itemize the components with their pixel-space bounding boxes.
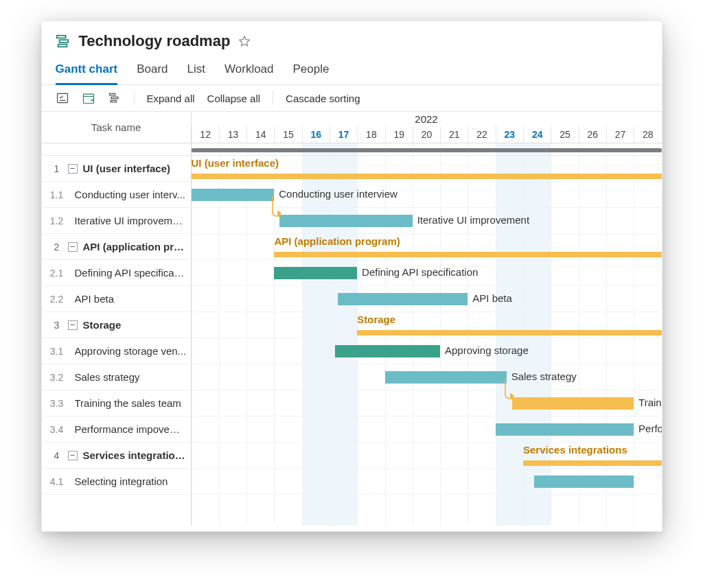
timeline-body: UI (user interface)Conducting user inter… (192, 143, 662, 526)
task-row[interactable]: 3.3Training the sales team (42, 390, 191, 416)
row-name: Sales strategy (75, 371, 191, 383)
row-number: 2.2 (46, 294, 68, 305)
svg-rect-4 (57, 93, 67, 102)
favorite-star-icon[interactable] (238, 35, 251, 47)
day-23[interactable]: 23 (496, 126, 523, 143)
titlebar: Technology roadmap (42, 21, 662, 56)
task-bar[interactable] (279, 215, 412, 227)
day-28[interactable]: 28 (634, 126, 661, 143)
task-bar-label: Conducting user interview (279, 188, 397, 200)
tab-workload[interactable]: Workload (224, 58, 274, 84)
expand-all-button[interactable]: Expand all (147, 93, 195, 104)
gantt-mini-icon[interactable] (108, 91, 122, 105)
bar-row: Conducting user interview (192, 182, 662, 208)
timeline-header: 2022 1213141516171819202122232425262728 (192, 112, 662, 143)
day-26[interactable]: 26 (579, 126, 606, 143)
day-15[interactable]: 15 (274, 126, 301, 143)
bar-row: API (application program) (192, 234, 662, 260)
day-27[interactable]: 27 (606, 126, 634, 143)
task-bar[interactable] (338, 293, 468, 305)
checklist-icon[interactable] (56, 91, 69, 105)
task-row[interactable]: 2.1Defining API specification (42, 260, 191, 286)
collapse-toggle[interactable]: − (68, 164, 78, 174)
task-row[interactable]: 1.2Iterative UI improveme... (42, 208, 191, 234)
task-bar[interactable] (385, 371, 507, 384)
task-bar[interactable] (512, 397, 634, 410)
page-title: Technology roadmap (79, 32, 231, 50)
svg-marker-9 (278, 211, 281, 215)
collapse-toggle[interactable]: − (68, 242, 78, 252)
row-number: 3.4 (46, 424, 68, 435)
tab-gantt-chart[interactable]: Gantt chart (56, 58, 118, 85)
day-21[interactable]: 21 (440, 126, 468, 143)
day-17[interactable]: 17 (330, 126, 357, 143)
today-icon[interactable] (82, 91, 95, 105)
day-19[interactable]: 19 (385, 126, 413, 143)
day-14[interactable]: 14 (246, 126, 274, 143)
timeline-scrollbar[interactable] (192, 143, 662, 156)
task-row[interactable]: 3.1Approving storage ven... (42, 338, 191, 364)
timeline-year: 2022 (192, 113, 662, 125)
task-bar[interactable] (496, 423, 634, 436)
task-bar[interactable] (335, 345, 440, 357)
row-number: 4 (46, 450, 68, 461)
day-16[interactable]: 16 (302, 126, 330, 143)
gantt-toolbar: Expand all Collapse all Cascade sorting (42, 85, 662, 112)
group-row[interactable]: 4−Services integrations (42, 443, 191, 469)
tab-list[interactable]: List (187, 58, 205, 84)
tab-people[interactable]: People (293, 58, 330, 84)
collapse-toggle[interactable]: − (68, 320, 78, 330)
row-name: Conducting user interv... (75, 189, 191, 200)
day-12[interactable]: 12 (192, 126, 219, 143)
svg-marker-10 (511, 394, 514, 398)
task-row[interactable]: 3.2Sales strategy (42, 364, 191, 390)
row-name: UI (user interface) (83, 163, 191, 174)
day-20[interactable]: 20 (413, 126, 440, 143)
row-number: 4.1 (46, 476, 68, 487)
row-number: 3.3 (46, 398, 68, 409)
row-name: Performance impovem... (75, 423, 191, 435)
timeline-panel[interactable]: 2022 1213141516171819202122232425262728 … (192, 112, 662, 526)
bar-row: Training (192, 390, 662, 416)
day-25[interactable]: 25 (551, 126, 578, 143)
group-bar[interactable] (357, 330, 661, 336)
day-18[interactable]: 18 (357, 126, 384, 143)
day-22[interactable]: 22 (468, 126, 495, 143)
group-row[interactable]: 1−UI (user interface) (42, 156, 191, 182)
task-row[interactable]: 3.4Performance impovem... (42, 416, 191, 443)
task-name-header: Task name (42, 112, 191, 143)
scrollbar-thumb[interactable] (192, 148, 662, 152)
collapse-all-button[interactable]: Collapse all (207, 93, 261, 104)
row-number: 3.2 (46, 372, 68, 383)
task-bar-label: Sales strategy (511, 371, 577, 382)
svg-rect-2 (58, 45, 67, 47)
tab-board[interactable]: Board (137, 58, 168, 84)
task-bar[interactable] (192, 189, 275, 201)
bar-row: API beta (192, 286, 662, 312)
day-24[interactable]: 24 (523, 126, 551, 143)
task-bar[interactable] (274, 267, 357, 279)
row-number: 1 (46, 163, 68, 174)
task-bar[interactable] (534, 475, 634, 488)
task-row[interactable]: 2.2API beta (42, 286, 191, 312)
task-row[interactable]: 4.1Selecting integration (42, 469, 191, 495)
svg-marker-3 (240, 36, 250, 46)
row-name: Services integrations (83, 449, 191, 461)
svg-rect-7 (111, 97, 118, 99)
group-row[interactable]: 2−API (application progr... (42, 234, 191, 260)
day-13[interactable]: 13 (219, 126, 246, 143)
group-bar[interactable] (192, 174, 662, 179)
bar-row: Approving storage (192, 338, 662, 364)
bar-row: Services integrations (192, 443, 662, 469)
task-bar-label: Iterative UI improvement (417, 214, 529, 226)
left-spacer (42, 143, 191, 156)
group-bar[interactable] (523, 460, 661, 466)
row-name: Storage (83, 319, 191, 331)
task-row[interactable]: 1.1Conducting user interv... (42, 182, 191, 208)
cascade-sorting-button[interactable]: Cascade sorting (286, 93, 360, 104)
collapse-toggle[interactable]: − (68, 451, 78, 460)
group-row[interactable]: 3−Storage (42, 312, 191, 338)
row-number: 1.2 (46, 215, 68, 226)
group-bar[interactable] (274, 252, 661, 257)
dependency-arrow-icon (270, 193, 284, 223)
